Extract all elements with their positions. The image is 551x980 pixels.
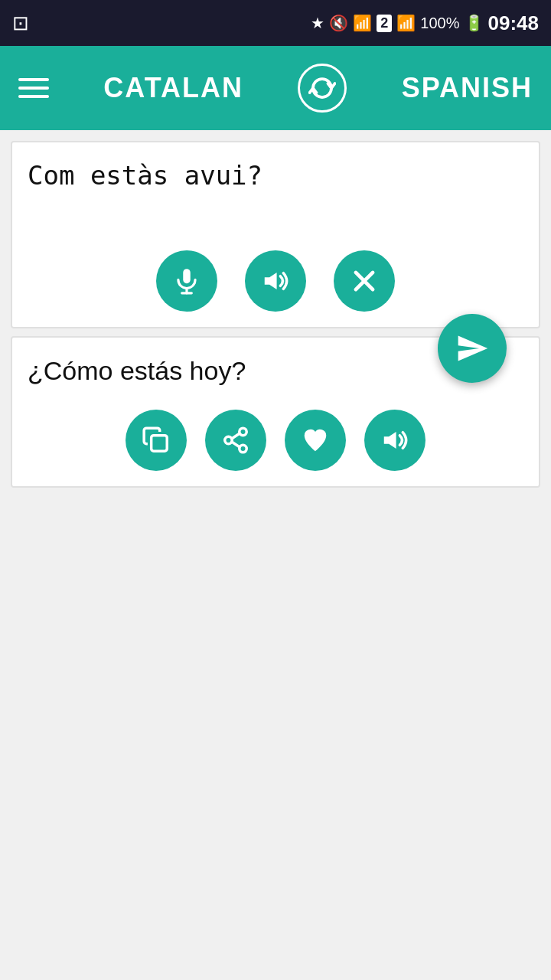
swap-languages-button[interactable] — [298, 64, 347, 113]
close-icon — [350, 266, 379, 296]
svg-marker-6 — [458, 336, 488, 361]
status-time: 09:48 — [488, 11, 540, 35]
source-language[interactable]: CATALAN — [103, 72, 243, 104]
bluetooth-icon: ★ — [311, 14, 324, 32]
sim2-icon: 2 — [377, 15, 392, 32]
input-panel: Com estàs avui? — [11, 141, 540, 328]
speak-output-button[interactable] — [364, 410, 425, 471]
battery-percent: 100% — [420, 15, 459, 32]
screen-icon: ⊡ — [12, 11, 29, 35]
mute-icon: 🔇 — [329, 14, 348, 32]
app-header: CATALAN SPANISH — [0, 46, 551, 130]
share-icon — [221, 426, 250, 455]
clear-input-button[interactable] — [334, 250, 395, 312]
panels-wrapper: Com estàs avui? — [0, 130, 551, 498]
speaker-output-icon — [380, 426, 409, 455]
menu-button[interactable] — [18, 78, 49, 98]
swap-icon — [308, 74, 336, 102]
wifi-icon: 📶 — [353, 14, 372, 32]
output-actions — [12, 397, 539, 486]
copy-button[interactable] — [126, 410, 187, 471]
signal-icon: 📶 — [396, 14, 416, 32]
microphone-icon — [172, 266, 201, 296]
favorite-button[interactable] — [285, 410, 346, 471]
svg-rect-7 — [152, 435, 168, 451]
translate-button[interactable] — [438, 314, 507, 383]
microphone-button[interactable] — [156, 250, 217, 312]
input-actions — [12, 238, 539, 327]
heart-icon — [301, 426, 330, 455]
send-icon — [455, 332, 489, 365]
copy-icon — [142, 426, 171, 455]
speak-input-button[interactable] — [245, 250, 306, 312]
status-left: ⊡ — [12, 11, 29, 35]
status-right: ★ 🔇 📶 2 📶 100% 🔋 09:48 — [311, 11, 539, 35]
svg-line-12 — [232, 442, 240, 447]
target-language[interactable]: SPANISH — [402, 72, 533, 104]
svg-line-11 — [232, 433, 240, 439]
battery-icon: 🔋 — [465, 14, 484, 32]
svg-rect-0 — [183, 269, 191, 283]
svg-marker-13 — [384, 432, 396, 449]
status-bar: ⊡ ★ 🔇 📶 2 📶 100% 🔋 09:48 — [0, 0, 551, 46]
source-text-input[interactable]: Com estàs avui? — [12, 142, 539, 238]
speaker-icon — [261, 266, 290, 296]
svg-marker-3 — [265, 273, 277, 289]
share-button[interactable] — [205, 410, 266, 471]
